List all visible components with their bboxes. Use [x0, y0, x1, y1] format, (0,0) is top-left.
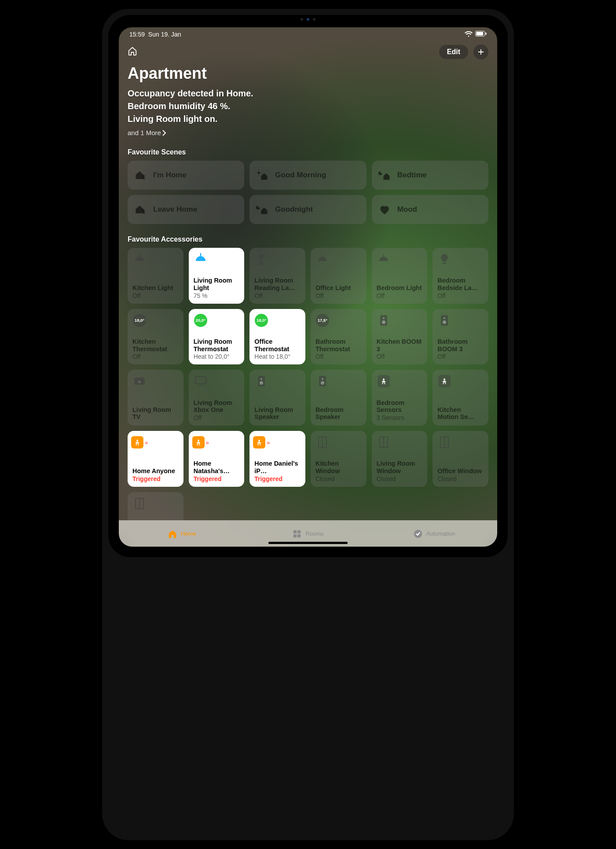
home-icon: [168, 529, 177, 539]
accessory-tile[interactable]: Office Light Off: [311, 248, 367, 304]
accessory-name: Living Room Speaker: [254, 406, 301, 421]
accessory-tile[interactable]: » Home Natasha's… Triggered: [189, 431, 245, 487]
accessory-tile[interactable]: tv Living Room TV: [128, 370, 183, 426]
accessory-name: Bathroom BOOM 3: [437, 338, 484, 353]
accessory-tile[interactable]: Living Room Speaker: [249, 370, 305, 426]
accessory-state: Off: [377, 292, 423, 299]
tab-home[interactable]: Home: [119, 521, 245, 547]
scene-tile[interactable]: Leave Home: [128, 195, 244, 224]
thermo-icon: 18,0°: [132, 313, 147, 327]
svg-rect-51: [297, 534, 301, 537]
moon-house-icon: [256, 203, 269, 216]
accessory-tile[interactable]: Kitchen Window Closed: [311, 431, 367, 487]
status-date: Sun 19. Jan: [148, 31, 181, 38]
home-title: Apartment: [128, 64, 488, 83]
accessory-tile[interactable]: Office Window Closed: [433, 431, 488, 487]
sensor-icon: [377, 374, 391, 388]
accessory-tile[interactable]: Bedroom Bedside La… Off: [433, 248, 488, 304]
rooms-icon: [292, 529, 302, 539]
accessory-state: Heat to 20,0°: [194, 353, 240, 360]
accessory-tile[interactable]: Bedroom Light Off: [372, 248, 428, 304]
svg-rect-2: [485, 33, 486, 35]
accessory-name: Kitchen Thermostat: [132, 338, 179, 353]
status-line: Occupancy detected in Home.: [128, 87, 488, 100]
scene-label: Goodnight: [275, 205, 313, 214]
svg-point-33: [322, 378, 323, 380]
accessory-name: Kitchen Motion Se…: [437, 406, 484, 421]
svg-point-21: [382, 320, 385, 324]
status-left: 15:59 Sun 19. Jan: [129, 31, 181, 38]
scene-tile[interactable]: Goodnight: [249, 195, 366, 224]
accessory-name: Bedroom Sensors: [377, 399, 423, 414]
thermo-icon: 18,0°: [254, 313, 268, 327]
accessory-tile[interactable]: Kitchen Light Off: [128, 248, 183, 304]
scene-tile[interactable]: Mood: [372, 195, 488, 224]
sun-house-icon: [256, 169, 269, 182]
window-icon: [377, 435, 391, 449]
status-time: 15:59: [129, 31, 145, 38]
svg-point-37: [136, 440, 138, 441]
svg-point-23: [444, 317, 445, 319]
accessory-tile[interactable]: Bedroom Speaker: [311, 370, 367, 426]
accessory-name: Living Room Light: [194, 277, 240, 291]
accessory-tile[interactable]: » Home Anyone Triggered: [128, 431, 183, 487]
accessory-state: Off: [254, 292, 301, 299]
accessory-tile[interactable]: 17,5° Bathroom Thermostat Off: [311, 309, 367, 365]
accessory-state: Off: [437, 353, 484, 360]
more-status-link[interactable]: and 1 More: [128, 129, 166, 136]
appletv-icon: tv: [132, 374, 147, 388]
add-button[interactable]: [473, 44, 488, 59]
accessory-state: Off: [194, 414, 240, 421]
accessory-tile[interactable]: Kitchen Motion Se…: [433, 370, 488, 426]
status-line: Bedroom humidity 46 %.: [128, 100, 488, 113]
tab-label: Rooms: [305, 530, 323, 537]
accessory-name: Living Room Thermostat: [194, 338, 240, 353]
home-status-summary: Occupancy detected in Home. Bedroom humi…: [128, 87, 488, 125]
tab-automation[interactable]: Automation: [371, 521, 497, 547]
accessory-name: Office Thermostat: [254, 338, 301, 353]
motion-on-icon: »: [194, 435, 208, 449]
section-accessories-label: Favourite Accessories: [128, 235, 488, 243]
display-icon: [194, 374, 208, 388]
accessory-tile[interactable]: 20,0° Living Room Thermostat Heat to 20,…: [189, 309, 245, 365]
accessory-name: Living Room Xbox One: [194, 399, 240, 414]
tab-label: Home: [181, 530, 196, 537]
accessory-tile[interactable]: » Home Daniel's iP… Triggered: [249, 431, 305, 487]
automation-icon: [413, 529, 423, 539]
speaker-icon: [315, 374, 330, 388]
accessory-name: Home Natasha's…: [194, 460, 240, 474]
accessory-tile[interactable]: Living Room Reading La… Off: [249, 248, 305, 304]
moon-house-icon: [378, 169, 391, 182]
svg-rect-18: [443, 262, 446, 264]
ceiling-light-icon: [132, 252, 147, 266]
accessory-tile[interactable]: Kitchen BOOM 3 Off: [372, 309, 428, 365]
accessory-name: Kitchen Light: [132, 284, 179, 292]
heart-icon: [378, 203, 391, 216]
accessory-state: Closed: [377, 475, 423, 482]
home-indicator: [268, 542, 348, 544]
scene-label: Bedtime: [397, 171, 427, 180]
accessory-state: Off: [315, 292, 362, 299]
floor-lamp-icon: [254, 252, 268, 266]
accessory-tile[interactable]: Living Room Window Closed: [372, 431, 428, 487]
accessory-state: Triggered: [194, 475, 240, 482]
accessory-tile[interactable]: Bathroom Window: [128, 492, 183, 520]
svg-point-6: [258, 172, 260, 174]
accessory-tile[interactable]: 18,0° Office Thermostat Heat to 18,0°: [249, 309, 305, 365]
accessory-tile[interactable]: Living Room Light 75 %: [189, 248, 245, 304]
scene-tile[interactable]: I'm Home: [128, 161, 244, 190]
accessory-tile[interactable]: 18,0° Kitchen Thermostat Off: [128, 309, 183, 365]
accessory-tile[interactable]: Bedroom Sensors 3 Sensors: [372, 370, 428, 426]
accessory-state: Off: [315, 353, 362, 360]
home-icon[interactable]: [128, 46, 137, 58]
scene-tile[interactable]: Good Morning: [249, 161, 366, 190]
scene-label: Good Morning: [275, 171, 326, 180]
accessory-tile[interactable]: Bathroom BOOM 3 Off: [433, 309, 488, 365]
scene-label: Mood: [397, 205, 417, 214]
edit-button[interactable]: Edit: [439, 45, 468, 59]
scene-tile[interactable]: Bedtime: [372, 161, 488, 190]
svg-point-34: [321, 381, 324, 385]
accessory-tile[interactable]: Living Room Xbox One Off: [189, 370, 245, 426]
accessory-state: Triggered: [132, 475, 179, 482]
status-line: Living Room light on.: [128, 113, 488, 125]
